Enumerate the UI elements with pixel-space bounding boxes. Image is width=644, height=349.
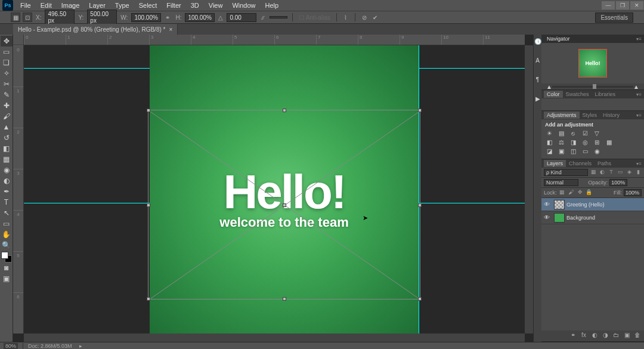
adjustments-tab[interactable]: Adjustments xyxy=(544,112,580,119)
filter-kind-select[interactable]: ρ Kind xyxy=(544,169,588,176)
path-tool[interactable]: ↖ xyxy=(1,208,13,218)
panel-menu-icon[interactable]: ▾≡ xyxy=(636,113,642,118)
blend-mode-select[interactable]: Normal xyxy=(544,179,578,186)
filter-toggle-icon[interactable]: ▮ xyxy=(634,169,642,176)
zoom-readout[interactable]: 80% xyxy=(4,343,18,349)
filter-adj-icon[interactable]: ◐ xyxy=(599,169,606,176)
ruler-origin[interactable] xyxy=(13,35,24,45)
color-swatch[interactable] xyxy=(1,252,12,262)
transform-handle-sw[interactable] xyxy=(147,297,150,301)
hand-tool[interactable]: ✋ xyxy=(1,229,13,240)
invert-icon[interactable]: ◪ xyxy=(545,147,553,155)
channels-tab[interactable]: Channels xyxy=(566,160,595,167)
exposure-icon[interactable]: ☑ xyxy=(581,129,589,137)
lock-trans-icon[interactable]: ▦ xyxy=(559,189,566,196)
cancel-transform-icon[interactable]: ⊘ xyxy=(360,13,369,21)
navigator-tab[interactable]: Navigator xyxy=(544,35,573,42)
transform-handle-center[interactable] xyxy=(283,203,286,207)
gradient-tool[interactable]: ▦ xyxy=(1,154,13,165)
minimize-button[interactable]: — xyxy=(602,1,615,10)
lasso-tool[interactable]: ❏ xyxy=(1,57,13,68)
blur-tool[interactable]: ◉ xyxy=(1,165,13,175)
marquee-tool[interactable]: ▭ xyxy=(1,47,13,57)
hue-icon[interactable]: ◧ xyxy=(545,138,553,146)
vibrance-icon[interactable]: ▽ xyxy=(593,129,601,137)
link-wh-icon[interactable]: ⚭ xyxy=(163,13,172,21)
commit-transform-icon[interactable]: ✔ xyxy=(371,13,379,21)
transform-handle-nw[interactable] xyxy=(147,109,150,112)
canvas-viewport[interactable]: Hello! welcome to the team xyxy=(24,45,525,333)
wand-tool[interactable]: ✧ xyxy=(1,68,13,79)
y-field[interactable]: 500.00 px xyxy=(87,10,117,25)
close-tab-icon[interactable]: × xyxy=(169,26,172,33)
screenmode-tool[interactable]: ▣ xyxy=(1,273,13,284)
transform-bounding-box[interactable] xyxy=(148,110,420,299)
collapsed-paragraph-icon[interactable]: ¶ xyxy=(534,76,541,84)
layer-name[interactable]: Greeting (Hello) xyxy=(566,202,605,208)
menu-edit[interactable]: Edit xyxy=(36,1,57,10)
collapsed-character-icon[interactable]: A xyxy=(534,57,541,64)
adjustment-layer-icon[interactable]: ◑ xyxy=(601,332,609,340)
bw-icon[interactable]: ◨ xyxy=(569,138,577,146)
posterize-icon[interactable]: ▣ xyxy=(557,147,565,155)
menu-file[interactable]: File xyxy=(16,1,36,10)
collapsed-actions-icon[interactable]: ▶ xyxy=(534,95,541,103)
photo-filter-icon[interactable]: ◎ xyxy=(581,138,589,146)
heal-tool[interactable]: ✚ xyxy=(1,100,13,111)
type-tool[interactable]: T xyxy=(1,197,13,208)
lut-icon[interactable]: ▦ xyxy=(605,138,613,146)
panel-menu-icon[interactable]: ▾≡ xyxy=(636,161,642,166)
brightness-icon[interactable]: ☀ xyxy=(545,129,553,137)
x-field[interactable]: 496.50 px xyxy=(45,10,75,25)
transform-handle-se[interactable] xyxy=(418,297,422,301)
menu-type[interactable]: Type xyxy=(110,1,134,10)
close-button[interactable]: ✕ xyxy=(630,1,643,10)
menu-view[interactable]: View xyxy=(204,1,228,10)
move-tool[interactable]: ✥ xyxy=(1,36,13,47)
transform-handle-n[interactable] xyxy=(283,109,286,112)
panel-menu-icon[interactable]: ▾≡ xyxy=(636,36,642,42)
scrollbar-vertical[interactable] xyxy=(525,45,533,333)
transform-handle-w[interactable] xyxy=(147,203,150,207)
document-tab[interactable]: Hello - Example.psd @ 80% (Greeting (Hel… xyxy=(13,24,178,35)
mask-icon[interactable]: ◐ xyxy=(590,332,599,340)
delete-layer-icon[interactable]: 🗑 xyxy=(633,332,642,340)
color-tab[interactable]: Color xyxy=(544,91,563,98)
pen-tool[interactable]: ✒ xyxy=(1,186,13,197)
lock-paint-icon[interactable]: 🖌 xyxy=(568,189,575,196)
reference-point-icon[interactable]: ⊡ xyxy=(23,13,32,22)
curves-icon[interactable]: ⎋ xyxy=(569,129,577,137)
menu-window[interactable]: Window xyxy=(227,1,260,10)
fx-icon[interactable]: fx xyxy=(580,332,588,340)
selective-color-icon[interactable]: ◉ xyxy=(593,147,601,155)
filter-smart-icon[interactable]: ◈ xyxy=(626,169,633,176)
warp-icon[interactable]: ⌇ xyxy=(342,13,350,21)
layer-thumbnail[interactable] xyxy=(554,213,565,223)
levels-icon[interactable]: ▤ xyxy=(557,129,565,137)
zoom-tool[interactable]: 🔍 xyxy=(1,240,13,251)
group-icon[interactable]: 🗀 xyxy=(612,332,620,340)
layer-thumbnail[interactable] xyxy=(554,200,565,209)
visibility-toggle[interactable]: 👁 xyxy=(541,201,552,208)
w-field[interactable]: 100.00% xyxy=(131,13,161,22)
filter-pixel-icon[interactable]: ▦ xyxy=(590,169,597,176)
history-tab[interactable]: History xyxy=(600,112,623,119)
menu-help[interactable]: Help xyxy=(261,1,284,10)
menu-select[interactable]: Select xyxy=(134,1,162,10)
gradient-map-icon[interactable]: ▭ xyxy=(581,147,589,155)
zoom-out-icon[interactable]: ▲ xyxy=(546,84,552,90)
slider-thumb[interactable] xyxy=(593,84,596,89)
color-body[interactable] xyxy=(541,98,644,110)
balance-icon[interactable]: ⚖ xyxy=(557,138,565,146)
stamp-tool[interactable]: ▲ xyxy=(1,122,13,132)
menu-layer[interactable]: Layer xyxy=(84,1,110,10)
filter-shape-icon[interactable]: ▭ xyxy=(617,169,624,176)
transform-ref-icon[interactable]: ▦ xyxy=(11,13,20,22)
antialias-checkbox[interactable]: ☐ Anti-alias xyxy=(299,14,330,21)
collapsed-history-icon[interactable]: 🕔 xyxy=(534,38,541,45)
layer-row-background[interactable]: 👁 Background xyxy=(541,211,644,224)
opacity-field[interactable]: 100% xyxy=(609,179,627,186)
navigator-thumbnail[interactable]: Hello! xyxy=(578,49,607,78)
layer-name[interactable]: Background xyxy=(566,215,595,221)
workspace-switcher[interactable]: Essentials xyxy=(595,13,633,23)
